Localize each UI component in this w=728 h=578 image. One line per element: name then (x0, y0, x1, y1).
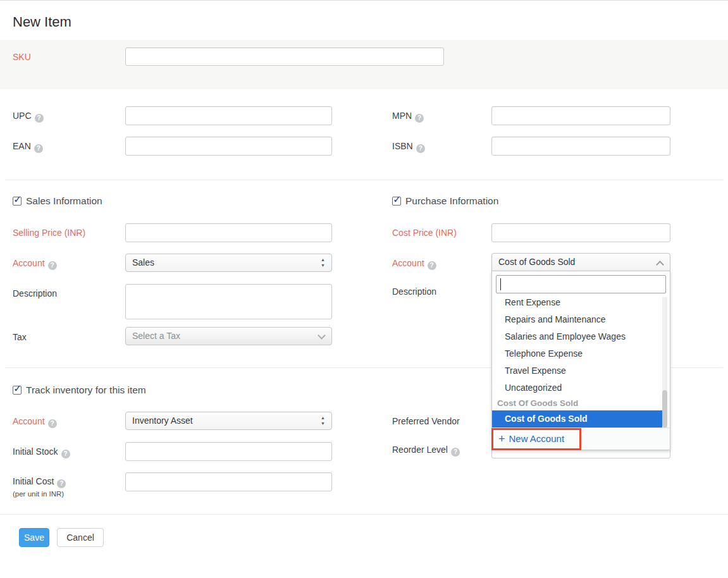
cost-price-label: Cost Price (INR) (392, 228, 457, 238)
purchase-account-help-icon[interactable]: ? (428, 261, 436, 270)
stepper-icon: ▲▼ (320, 415, 326, 426)
account-group-header: Cost Of Goods Sold (492, 397, 670, 410)
inventory-account-value: Inventory Asset (132, 415, 193, 426)
purchase-description-label: Description (392, 286, 436, 297)
sku-input[interactable] (125, 47, 444, 66)
account-option[interactable]: Telephone Expense (492, 345, 670, 362)
selling-price-input[interactable] (125, 223, 332, 242)
checkmark-icon: ✓ (13, 383, 22, 395)
account-option[interactable]: Salaries and Employee Wages (492, 328, 670, 345)
sales-account-select[interactable]: Sales ▲▼ (125, 254, 332, 272)
save-button[interactable]: Save (19, 528, 49, 547)
track-inventory-label: Track inventory for this item (26, 384, 146, 396)
selling-price-label: Selling Price (INR) (13, 228, 85, 238)
initial-stock-help-icon[interactable]: ? (61, 450, 70, 458)
cost-price-input[interactable] (491, 223, 670, 242)
account-option[interactable]: Uncategorized (492, 379, 670, 397)
purchase-account-label: Account? (392, 258, 436, 270)
account-option-selected[interactable]: Cost of Goods Sold (492, 410, 663, 427)
chevron-down-icon (319, 333, 324, 338)
checkmark-icon: ✓ (393, 194, 401, 206)
account-option[interactable]: Rent Expense (492, 297, 670, 311)
account-search-input[interactable] (496, 275, 666, 293)
ean-help-icon[interactable]: ? (34, 144, 43, 153)
inventory-account-select[interactable]: Inventory Asset ▲▼ (125, 412, 332, 430)
page-title: New Item (13, 14, 71, 30)
initial-stock-label: Initial Stock? (13, 446, 70, 458)
preferred-vendor-label: Preferred Vendor (392, 416, 460, 426)
mpn-input[interactable] (491, 106, 670, 125)
purchase-information-checkbox[interactable]: ✓ (392, 197, 401, 206)
initial-stock-input[interactable] (125, 442, 332, 461)
checkmark-icon: ✓ (13, 194, 22, 206)
initial-cost-help-icon[interactable]: ? (57, 479, 66, 488)
chevron-up-icon (657, 262, 663, 267)
sales-information-label: Sales Information (26, 195, 102, 207)
tax-value: Select a Tax (132, 331, 180, 341)
upc-help-icon[interactable]: ? (35, 114, 44, 123)
reorder-level-label: Reorder Level? (392, 445, 460, 457)
tax-select[interactable]: Select a Tax (125, 327, 332, 345)
account-dropdown-panel: Rent Expense Repairs and Maintenance Sal… (491, 271, 670, 450)
initial-cost-input[interactable] (125, 472, 332, 491)
sales-account-help-icon[interactable]: ? (48, 261, 57, 270)
mpn-help-icon[interactable]: ? (415, 114, 424, 123)
account-option[interactable]: Travel Expense (492, 362, 670, 379)
mpn-label: MPN? (392, 111, 424, 123)
isbn-help-icon[interactable]: ? (416, 144, 425, 153)
ean-input[interactable] (125, 137, 332, 156)
inventory-account-help-icon[interactable]: ? (48, 419, 57, 428)
inventory-account-label: Account? (13, 416, 57, 428)
initial-cost-note: (per unit in INR) (13, 490, 64, 498)
sales-information-checkbox[interactable]: ✓ (13, 197, 22, 206)
new-item-page: New Item SKU UPC? MPN? EAN? ISBN? ✓ Sale… (0, 0, 728, 578)
ean-label: EAN? (13, 141, 43, 153)
initial-cost-label: Initial Cost? (13, 476, 66, 488)
isbn-label: ISBN? (392, 141, 425, 153)
track-inventory-checkbox[interactable]: ✓ (13, 386, 22, 395)
purchase-account-value: Cost of Goods Sold (498, 257, 575, 267)
text-cursor (500, 278, 501, 290)
purchase-information-label: Purchase Information (405, 195, 498, 207)
sales-description-textarea[interactable] (125, 284, 332, 319)
section-divider (5, 180, 723, 180)
tax-label: Tax (13, 332, 27, 342)
footer-divider (0, 514, 728, 515)
cancel-button[interactable]: Cancel (57, 528, 104, 547)
purchase-account-combobox[interactable]: Cost of Goods Sold (491, 253, 670, 271)
upc-input[interactable] (125, 106, 332, 125)
dropdown-scrollbar-thumb[interactable] (662, 390, 667, 427)
isbn-input[interactable] (491, 137, 670, 156)
upc-label: UPC? (13, 111, 44, 123)
new-account-button[interactable]: +New Account (492, 427, 670, 450)
account-option[interactable]: Repairs and Maintenance (492, 311, 670, 328)
sku-label: SKU (13, 52, 31, 62)
reorder-level-help-icon[interactable]: ? (451, 448, 460, 457)
sales-account-label: Account? (13, 258, 57, 270)
new-account-label: New Account (509, 433, 565, 444)
stepper-icon: ▲▼ (320, 257, 326, 268)
account-options-list: Rent Expense Repairs and Maintenance Sal… (492, 297, 670, 427)
sales-description-label: Description (13, 288, 57, 298)
sales-account-value: Sales (132, 257, 154, 267)
plus-icon: + (498, 433, 505, 445)
dropdown-scrollbar[interactable] (662, 297, 667, 427)
